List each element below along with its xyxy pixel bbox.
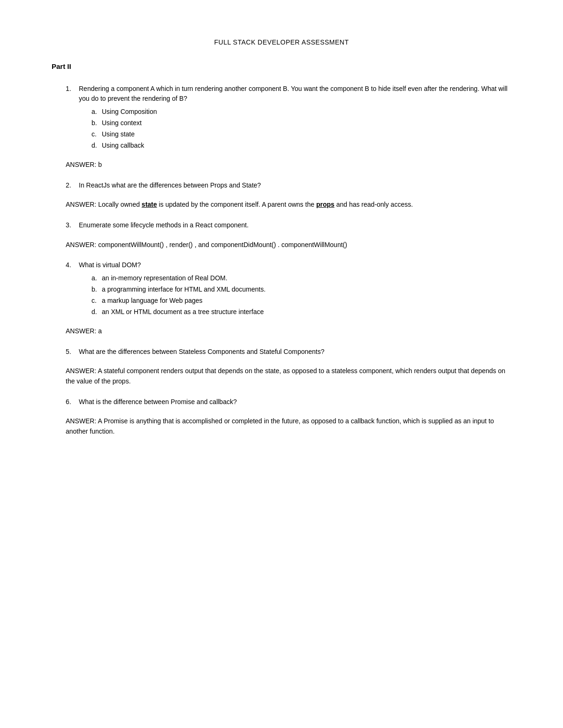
list-item: b.Using context: [91, 118, 511, 128]
answer-1: ANSWER: b: [66, 160, 511, 170]
list-item: c.a markup language for Web pages: [91, 296, 511, 306]
question-4-options: a.an in-memory representation of Real DO…: [91, 273, 511, 317]
answer-2: ANSWER: Locally owned state is updated b…: [66, 200, 511, 210]
answer-5: ANSWER: A stateful component renders out…: [66, 366, 511, 386]
question-6-text: What is the difference between Promise a…: [79, 397, 511, 407]
list-item: a.an in-memory representation of Real DO…: [91, 273, 511, 283]
part-heading: Part II: [52, 61, 511, 72]
question-1-text: Rendering a component A which in turn re…: [79, 84, 511, 104]
question-4: 4. What is virtual DOM? a.an in-memory r…: [66, 260, 511, 317]
question-1-number: 1.: [66, 84, 79, 104]
question-4-number: 4.: [66, 260, 79, 270]
question-2: 2. In ReactJs what are the differences b…: [66, 180, 511, 191]
question-5-number: 5.: [66, 347, 79, 357]
list-item: d.an XML or HTML document as a tree stru…: [91, 307, 511, 317]
question-6: 6. What is the difference between Promis…: [66, 397, 511, 407]
questions-section: 1. Rendering a component A which in turn…: [66, 84, 511, 437]
question-4-text: What is virtual DOM?: [79, 260, 511, 270]
question-6-number: 6.: [66, 397, 79, 407]
question-2-number: 2.: [66, 180, 79, 191]
question-1-options: a.Using Composition b.Using context c.Us…: [91, 107, 511, 150]
list-item: c.Using state: [91, 129, 511, 139]
question-3-number: 3.: [66, 220, 79, 231]
question-2-text: In ReactJs what are the differences betw…: [79, 180, 511, 191]
question-1: 1. Rendering a component A which in turn…: [66, 84, 511, 150]
question-3-text: Enumerate some lifecycle methods in a Re…: [79, 220, 511, 231]
question-5-text: What are the differences between Statele…: [79, 347, 511, 357]
question-5: 5. What are the differences between Stat…: [66, 347, 511, 357]
page-title: FULL STACK DEVELOPER ASSESSMENT: [52, 38, 511, 47]
answer-6: ANSWER: A Promise is anything that is ac…: [66, 416, 511, 436]
answer-3: ANSWER: componentWillMount() , render() …: [66, 240, 511, 250]
question-3: 3. Enumerate some lifecycle methods in a…: [66, 220, 511, 231]
answer-4: ANSWER: a: [66, 326, 511, 337]
list-item: b.a programming interface for HTML and X…: [91, 285, 511, 294]
list-item: d.Using callback: [91, 141, 511, 150]
list-item: a.Using Composition: [91, 107, 511, 117]
